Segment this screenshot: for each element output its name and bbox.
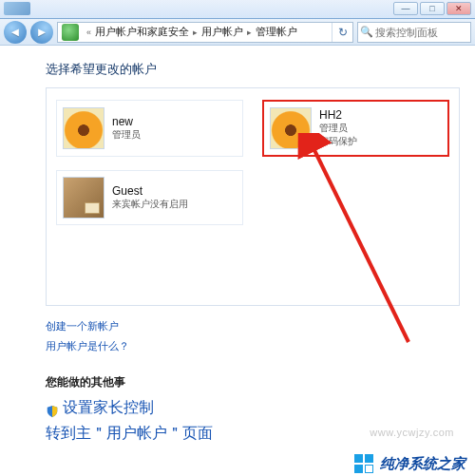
breadcrumb-seg-1[interactable]: 用户帐户和家庭安全 — [95, 25, 189, 39]
account-name: new — [112, 115, 141, 128]
titlebar: — □ ✕ — [0, 0, 475, 19]
breadcrumb[interactable]: « 用户帐户和家庭安全 ▸ 用户帐户 ▸ 管理帐户 ↻ — [57, 22, 353, 43]
watermark-url: www.ycwjzy.com — [370, 427, 454, 438]
breadcrumb-seg-3[interactable]: 管理帐户 — [256, 25, 297, 39]
account-name: Guest — [112, 184, 188, 198]
account-card-guest[interactable]: Guest来宾帐户没有启用 — [56, 170, 243, 225]
shield-icon — [46, 405, 59, 418]
search-box[interactable]: 🔍 — [357, 22, 471, 43]
account-role: 管理员 — [112, 128, 141, 142]
account-card-hh2[interactable]: HH2管理员密码保护 — [262, 100, 449, 157]
brand-text: 纯净系统之家 — [380, 455, 466, 473]
what-is-account-link[interactable]: 用户帐户是什么？ — [46, 339, 460, 353]
arrow-right-icon: ◄ — [36, 25, 48, 39]
minimize-button[interactable]: — — [393, 2, 418, 15]
nav-forward-button[interactable]: ◄ — [30, 21, 53, 44]
breadcrumb-seg-2[interactable]: 用户帐户 — [201, 25, 243, 39]
arrow-left-icon: ◄ — [10, 25, 22, 39]
breadcrumb-sep: « — [86, 28, 91, 37]
account-name: HH2 — [319, 108, 357, 122]
account-links: 创建一个新帐户 用户帐户是什么？ — [46, 319, 460, 353]
create-account-link[interactable]: 创建一个新帐户 — [46, 319, 460, 333]
close-button[interactable]: ✕ — [446, 2, 471, 15]
breadcrumb-sep: ▸ — [247, 28, 252, 37]
content-area: 选择希望更改的帐户 new管理员HH2管理员密码保护Guest来宾帐户没有启用 … — [0, 46, 475, 444]
refresh-button[interactable]: ↻ — [332, 22, 352, 43]
maximize-button[interactable]: □ — [420, 2, 445, 15]
avatar — [63, 107, 104, 149]
control-panel-icon — [62, 24, 79, 41]
brand-logo-icon — [353, 453, 374, 474]
accounts-pane: new管理员HH2管理员密码保护Guest来宾帐户没有启用 — [46, 87, 460, 306]
navbar: ◄ ◄ « 用户帐户和家庭安全 ▸ 用户帐户 ▸ 管理帐户 ↻ 🔍 — [0, 19, 475, 46]
search-input[interactable] — [375, 27, 463, 38]
avatar — [63, 177, 104, 219]
other-actions-heading: 您能做的其他事 — [46, 374, 460, 390]
nav-back-button[interactable]: ◄ — [4, 21, 27, 44]
account-extra: 密码保护 — [319, 135, 357, 148]
avatar — [270, 107, 312, 149]
search-icon: 🔍 — [358, 26, 375, 38]
brand-footer: 纯净系统之家 — [353, 453, 466, 474]
window-controls: — □ ✕ — [393, 2, 471, 15]
account-meta: HH2管理员密码保护 — [319, 108, 357, 148]
breadcrumb-sep: ▸ — [193, 28, 198, 37]
account-meta: new管理员 — [112, 115, 141, 142]
account-role: 来宾帐户没有启用 — [112, 198, 188, 211]
account-card-new[interactable]: new管理员 — [56, 100, 243, 157]
account-meta: Guest来宾帐户没有启用 — [112, 184, 188, 211]
account-role: 管理员 — [319, 122, 357, 135]
parental-controls-link[interactable]: 设置家长控制 — [63, 398, 154, 418]
window-icon — [4, 2, 30, 15]
page-title: 选择希望更改的帐户 — [46, 61, 460, 78]
